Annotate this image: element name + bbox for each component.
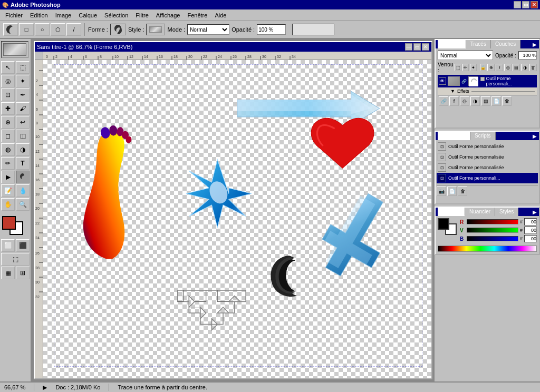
layer-style-btn[interactable]: f <box>496 64 503 71</box>
line-tool-button[interactable]: / <box>66 23 81 36</box>
new-doc-from-state-btn[interactable]: 📄 <box>447 187 457 196</box>
rectangle-tool-button[interactable]: □ <box>19 23 34 36</box>
eraser-tool[interactable]: ◻ <box>1 130 15 142</box>
history-item-1[interactable]: ⊡ Outil Forme personnalisée <box>437 141 538 152</box>
shape-preview[interactable] <box>110 24 126 35</box>
fg-color-swatch[interactable] <box>438 218 449 230</box>
tab-styles[interactable]: Styles <box>495 208 518 216</box>
green-slider[interactable] <box>467 228 518 233</box>
style-preview[interactable] <box>146 24 165 35</box>
blur-tool[interactable]: ◍ <box>1 143 15 156</box>
shape-tool[interactable] <box>16 171 30 183</box>
screen-mode[interactable]: ⬚ <box>1 253 30 266</box>
tab-couleur[interactable]: Couleur <box>438 208 465 216</box>
ellipse-tool-button[interactable]: ○ <box>35 23 50 36</box>
dodge-tool[interactable]: ◑ <box>16 143 30 156</box>
gradient-tool[interactable]: ◫ <box>16 130 30 142</box>
layer-item-1[interactable]: 👁 🔗 Outil Forme per <box>438 75 537 87</box>
canvas-scroll[interactable] <box>43 60 431 378</box>
marquee-tool[interactable]: ⬚ <box>16 61 30 74</box>
hand-tool[interactable]: ✋ <box>1 198 15 211</box>
menu-affichage[interactable]: Affichage <box>153 11 184 19</box>
add-adj-layer-btn[interactable]: ◑ <box>470 96 480 106</box>
mode-select[interactable]: Normal <box>187 24 229 35</box>
link-layers-btn[interactable]: 🔗 <box>439 96 448 106</box>
canvas-maximize[interactable]: ▭ <box>413 43 421 51</box>
eyedropper2-tool[interactable]: 💧 <box>16 184 30 197</box>
menu-calque[interactable]: Calque <box>75 11 100 19</box>
standard-mode[interactable]: ⬜ <box>1 239 15 252</box>
crop-tool[interactable]: ⊡ <box>1 89 15 101</box>
delete-layer-btn[interactable]: 🗑 <box>502 96 512 106</box>
layer-mask-btn[interactable]: ◎ <box>504 64 512 71</box>
close-button[interactable]: ✕ <box>531 1 538 8</box>
lock-transparent-btn[interactable]: ⬚ <box>455 64 461 71</box>
menu-fichier[interactable]: Fichier <box>2 11 26 19</box>
lasso-tool[interactable]: ◎ <box>1 75 15 87</box>
opacity-input[interactable]: 100 % <box>257 24 286 35</box>
magic-wand-tool[interactable]: ✦ <box>16 75 30 87</box>
move-tool[interactable]: ↖ <box>1 61 15 74</box>
layer-eye-1[interactable]: 👁 <box>439 77 446 85</box>
delete-state-btn[interactable]: 🗑 <box>458 187 467 196</box>
canvas-close[interactable]: ✕ <box>422 43 429 51</box>
layer-group-btn[interactable]: ▤ <box>513 64 520 71</box>
history-item-3[interactable]: ⊡ Outil Forme personnalisée <box>437 162 538 173</box>
menu-filtre[interactable]: Filtre <box>132 11 151 19</box>
add-style-btn[interactable]: f <box>449 96 459 106</box>
new-layer-btn[interactable]: 📄 <box>491 96 501 106</box>
layer-link-btn[interactable]: ⊕ <box>487 64 495 71</box>
layer-opacity-input[interactable]: 100 % <box>518 51 537 60</box>
add-mask-btn2[interactable]: ◎ <box>460 96 469 106</box>
clone-stamp-tool[interactable]: ⊕ <box>1 116 15 129</box>
history-item-2[interactable]: ⊡ Outil Forme personnalisée <box>437 152 538 162</box>
text-tool[interactable]: T <box>16 157 30 170</box>
minimize-button[interactable]: — <box>514 1 521 8</box>
custom-shape-tool-button[interactable] <box>3 23 18 36</box>
layers-panel-menu[interactable]: ▶ <box>533 42 537 47</box>
lock-pixels-btn[interactable]: ✏ <box>462 64 469 71</box>
healing-tool[interactable]: ✚ <box>1 102 15 115</box>
jump2[interactable]: ⊞ <box>16 267 30 279</box>
brush-tool[interactable]: 🖌 <box>16 102 30 115</box>
green-value-input[interactable]: 00 <box>524 227 537 234</box>
color-panel-menu[interactable]: ▶ <box>533 209 537 215</box>
red-slider[interactable] <box>467 219 518 224</box>
path-selection-tool[interactable]: ▶ <box>1 171 15 183</box>
layer-adj-btn[interactable]: ◑ <box>521 64 528 71</box>
tab-nuancier[interactable]: Nuancier <box>465 208 495 216</box>
canvas-minimize[interactable]: — <box>405 43 412 51</box>
pen-tool[interactable]: ✏ <box>1 157 15 170</box>
polygon-tool-button[interactable]: ⬡ <box>51 23 65 36</box>
foreground-color-box[interactable] <box>2 216 16 230</box>
color-spectrum[interactable] <box>438 246 537 252</box>
maximize-button[interactable]: ▭ <box>522 1 529 8</box>
menu-aide[interactable]: Aide <box>211 11 229 19</box>
menu-fenetre[interactable]: Fenêtre <box>184 11 210 19</box>
tab-traces[interactable]: Tracés <box>466 40 491 48</box>
tab-calques[interactable]: Calques <box>438 40 466 48</box>
history-panel-menu[interactable]: ▶ <box>533 133 537 139</box>
create-snapshot-btn[interactable]: 📷 <box>437 187 446 196</box>
menu-image[interactable]: Image <box>52 11 75 19</box>
tab-historique[interactable]: Historique <box>438 132 470 140</box>
eyedropper-tool[interactable]: ✒ <box>16 89 30 101</box>
blue-slider[interactable] <box>467 236 518 241</box>
zoom-tool[interactable]: 🔍 <box>16 198 30 211</box>
new-group-btn[interactable]: ▤ <box>481 96 490 106</box>
lock-position-btn[interactable]: ✦ <box>470 64 476 71</box>
lock-all-btn[interactable]: 🔒 <box>480 64 486 71</box>
tab-scripts[interactable]: Scripts <box>470 132 496 140</box>
blend-mode-select[interactable]: Normal <box>438 51 493 60</box>
quick-mask-mode[interactable]: ⬛ <box>16 239 30 252</box>
menu-selection[interactable]: Sélection <box>101 11 131 19</box>
blue-value-input[interactable]: 00 <box>524 235 537 242</box>
tab-couches[interactable]: Couches <box>491 40 520 48</box>
layer-delete-btn[interactable]: 🗑 <box>529 64 537 71</box>
history-item-4[interactable]: ⊡ Outil Forme personnali... <box>437 173 538 183</box>
history-brush-tool[interactable]: ↩ <box>16 116 30 129</box>
jump-to-imageready[interactable]: ▦ <box>1 267 15 279</box>
notes-tool[interactable]: 📝 <box>1 184 15 197</box>
menu-edition[interactable]: Edition <box>27 11 51 19</box>
red-value-input[interactable]: 00 <box>524 218 537 226</box>
